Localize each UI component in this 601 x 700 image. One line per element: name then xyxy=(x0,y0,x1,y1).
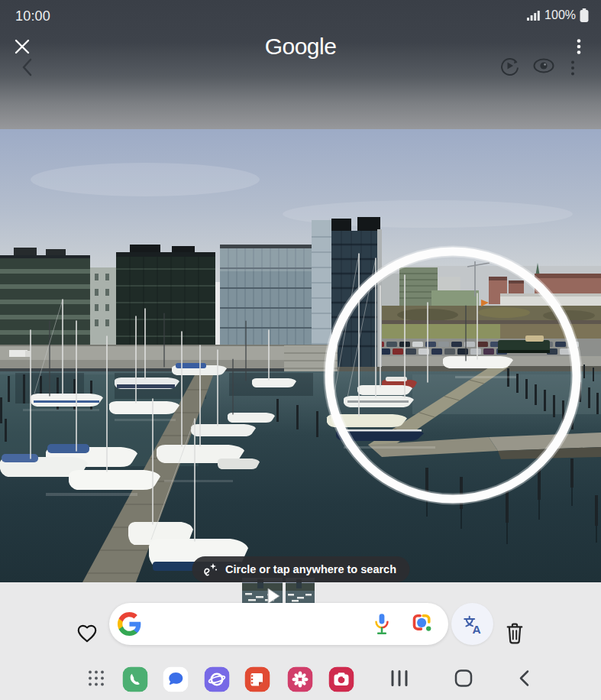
phone-app-button[interactable] xyxy=(123,667,148,692)
svg-text:A: A xyxy=(472,622,480,635)
phone-app-icon xyxy=(123,667,148,692)
notes-app-icon xyxy=(245,667,270,692)
apps-grid-icon xyxy=(86,668,107,689)
mic-icon xyxy=(372,612,392,637)
back-nav-button[interactable] xyxy=(518,669,530,690)
search-input[interactable] xyxy=(147,616,366,633)
view-button[interactable] xyxy=(532,57,555,75)
scribble-sparkle-icon xyxy=(202,561,218,578)
favorite-button[interactable] xyxy=(76,622,99,645)
battery-percent: 100% xyxy=(544,8,576,22)
marina-photo[interactable] xyxy=(0,129,601,582)
back-chevron-button[interactable] xyxy=(20,58,35,76)
motion-photo-button[interactable] xyxy=(499,55,520,76)
back-icon xyxy=(518,669,530,688)
recents-nav-button[interactable] xyxy=(389,669,409,690)
delete-button[interactable] xyxy=(503,621,526,646)
gallery-app-icon xyxy=(288,667,313,692)
toast-text: Circle or tap anywhere to search xyxy=(225,563,396,575)
translate-button[interactable]: A xyxy=(451,603,493,645)
messages-app-button[interactable] xyxy=(163,667,189,692)
recents-icon xyxy=(389,669,409,688)
apps-grid-button[interactable] xyxy=(86,668,107,692)
home-icon xyxy=(454,669,473,689)
status-bar: 10:00 100% xyxy=(0,0,601,31)
browser-app-icon xyxy=(205,667,230,692)
more-vertical-small-icon xyxy=(568,60,577,76)
google-search-bar[interactable] xyxy=(109,603,448,645)
signal-bars-icon xyxy=(527,9,541,21)
cursor-icon xyxy=(267,588,281,604)
camera-app-icon xyxy=(329,667,354,692)
motion-play-icon xyxy=(499,55,520,76)
notes-app-button[interactable] xyxy=(245,667,270,692)
translate-icon: A xyxy=(461,613,484,636)
trash-icon xyxy=(503,621,526,646)
more-vertical-icon xyxy=(574,38,583,55)
messages-app-icon xyxy=(163,667,189,692)
clock: 10:00 xyxy=(15,8,50,24)
circle-to-search-screen: 10:00 100% Google xyxy=(0,0,601,700)
taskbar xyxy=(0,659,601,700)
lens-search-button[interactable] xyxy=(410,611,435,637)
lens-icon xyxy=(410,611,435,637)
chevron-left-icon xyxy=(20,58,35,76)
voice-search-button[interactable] xyxy=(372,612,392,637)
browser-app-button[interactable] xyxy=(205,667,230,692)
overflow-menu-button[interactable] xyxy=(574,38,583,55)
google-g-icon xyxy=(118,612,141,636)
camera-app-button[interactable] xyxy=(329,667,354,692)
gallery-more-button[interactable] xyxy=(568,60,577,76)
gallery-app-button[interactable] xyxy=(288,667,313,692)
eye-icon xyxy=(532,57,555,75)
home-nav-button[interactable] xyxy=(454,669,473,691)
search-hint-toast: Circle or tap anywhere to search xyxy=(192,556,409,582)
heart-icon xyxy=(76,622,99,645)
battery-icon xyxy=(580,8,589,23)
